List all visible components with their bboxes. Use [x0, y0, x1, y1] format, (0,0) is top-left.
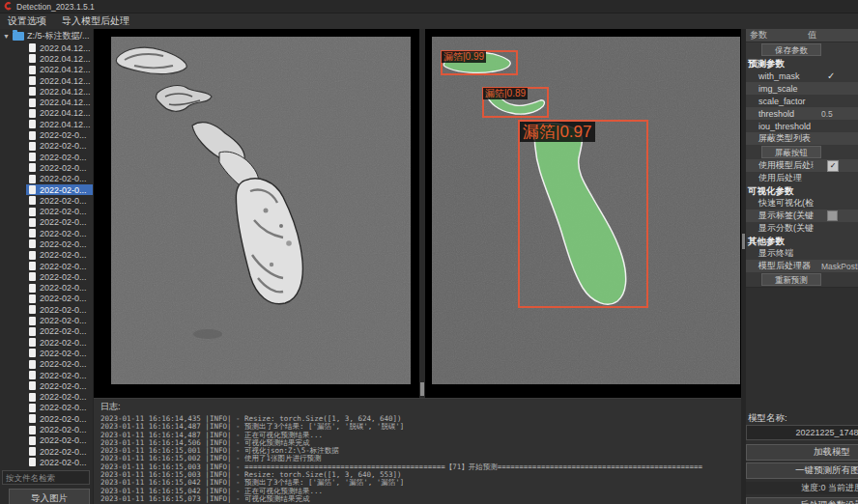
- tree-item-label: 2022-02-0...: [40, 326, 87, 336]
- param-row[interactable]: iou_threshold: [746, 120, 858, 132]
- import-images-button[interactable]: 导入图片: [9, 489, 90, 504]
- tree-item[interactable]: 2022.04.12...: [0, 53, 93, 64]
- param-row[interactable]: 显示分数(关键点): [746, 222, 858, 235]
- param-row[interactable]: img_scale: [746, 82, 858, 95]
- param-row[interactable]: 使用后处理: [746, 172, 858, 184]
- param-button[interactable]: 保存参数: [761, 43, 821, 56]
- tree-item[interactable]: 2022.04.12...: [0, 97, 93, 107]
- param-row[interactable]: threshold 0.5: [746, 107, 858, 120]
- tree-item[interactable]: 2022-02-0...: [0, 174, 93, 184]
- tree-item[interactable]: 2022-02-0...: [0, 184, 93, 195]
- param-button-row: 屏蔽按钮: [746, 145, 858, 159]
- tree-item[interactable]: 2022-02-0...: [0, 271, 93, 282]
- param-row[interactable]: 模型后处理器 MaskPostPro: [746, 260, 858, 272]
- param-row[interactable]: 使用模型后处理 ✓: [746, 159, 858, 172]
- param-row[interactable]: with_mask ✓: [746, 70, 858, 82]
- log-line: 2023-01-11 16:16:15,001 |INFO| - 可视化json…: [94, 447, 741, 455]
- tree-item-label: 2022-02-0...: [40, 272, 87, 282]
- param-value[interactable]: ✓: [827, 160, 839, 172]
- tree-item[interactable]: 2022-02-0...: [0, 424, 93, 434]
- tree-item[interactable]: 2022.04.12...: [0, 86, 93, 97]
- tree-item-label: 2022-02-0...: [40, 447, 87, 457]
- parameter-panel: 参数 值 保存参数 预测参数 with_mask ✓ img_scale sc: [746, 29, 858, 504]
- tree-item[interactable]: 2022-02-0...: [0, 370, 93, 380]
- tree-item[interactable]: 2022-02-0...: [0, 195, 93, 206]
- source-image-view[interactable]: [111, 37, 411, 384]
- tree-item[interactable]: 2022.04.12...: [0, 75, 93, 86]
- file-icon: [29, 87, 36, 96]
- param-label: threshold: [746, 109, 814, 119]
- tree-item[interactable]: 2022-02-0...: [0, 326, 93, 337]
- file-icon: [29, 43, 36, 52]
- tree-root-folder[interactable]: ▼ Z:/5-标注数据/...: [0, 30, 93, 42]
- tree-item[interactable]: 2022-02-0...: [0, 380, 93, 391]
- file-icon: [29, 393, 36, 402]
- tree-item[interactable]: 2022-02-0...: [0, 162, 93, 173]
- log-console[interactable]: 日志: 2023-01-11 16:16:14,435 |INFO| - Res…: [94, 398, 741, 504]
- tree-item[interactable]: 2022-02-0...: [0, 238, 93, 249]
- tree-item[interactable]: 2022-02-0...: [0, 228, 93, 238]
- param-button[interactable]: 重新预测: [761, 273, 821, 286]
- file-icon: [29, 381, 36, 390]
- tree-item[interactable]: 2022.04.12...: [0, 42, 93, 53]
- detection-label: 漏箔|0.97: [520, 122, 595, 142]
- postprocess-settings-button[interactable]: 后处理参数设置: [746, 497, 858, 504]
- param-value[interactable]: MaskPostPro: [821, 262, 858, 271]
- prediction-image-view[interactable]: 漏箔|0.99 漏箔|0.89 漏箔|0.97: [432, 37, 740, 384]
- tree-item-label: 2022-02-0...: [40, 153, 87, 162]
- log-line: 2023-01-11 16:16:15,002 |INFO| - 使用了1张图片…: [94, 455, 741, 462]
- tree-item[interactable]: 2022-02-0...: [0, 403, 93, 413]
- tree-item-label: 2022-02-0...: [40, 174, 87, 183]
- tree-item[interactable]: 2022-02-0...: [0, 152, 93, 162]
- log-line: 2023-01-11 16:16:14,506 |INFO| - 可视化预测结果…: [94, 439, 741, 447]
- param-row[interactable]: 显示标签(关键点): [746, 210, 858, 222]
- menu-item[interactable]: 设置选项: [8, 14, 46, 28]
- tree-item-label: 2022-02-0...: [40, 130, 87, 140]
- tree-item[interactable]: 2022-02-0...: [0, 217, 93, 228]
- image-splitter-grip[interactable]: [420, 382, 424, 396]
- tree-item[interactable]: 2022-02-0...: [0, 413, 93, 424]
- param-value[interactable]: [827, 210, 838, 221]
- detection-box: [518, 120, 648, 308]
- param-button[interactable]: 屏蔽按钮: [761, 146, 821, 158]
- tree-item[interactable]: 2022-02-0...: [0, 468, 93, 469]
- log-line: 2023-01-11 16:16:15,003 |INFO| - Resize:…: [94, 471, 741, 479]
- image-splitter[interactable]: [419, 29, 425, 398]
- tree-item-label: 2022-02-0...: [40, 316, 87, 325]
- model-name-field[interactable]: 20221225_174813: [746, 425, 858, 440]
- filename-search-input[interactable]: [2, 470, 90, 485]
- tree-item[interactable]: 2022-02-0...: [0, 392, 93, 403]
- tree-item[interactable]: 2022.04.12...: [0, 108, 93, 119]
- tree-item[interactable]: 2022-02-0...: [0, 250, 93, 261]
- param-row[interactable]: 屏蔽类型列表: [746, 132, 858, 145]
- param-value[interactable]: ✓: [827, 70, 835, 81]
- param-row[interactable]: 显示终端: [746, 247, 858, 260]
- tree-item-label: 2022-02-0...: [40, 425, 87, 434]
- tree-item[interactable]: 2022-02-0...: [0, 261, 93, 271]
- param-label: 显示标签(关键点): [746, 210, 814, 222]
- tree-item[interactable]: 2022-02-0...: [0, 304, 93, 315]
- param-row[interactable]: scale_factor: [746, 95, 858, 107]
- tree-item[interactable]: 2022-02-0...: [0, 446, 93, 457]
- tree-item[interactable]: 2022-02-0...: [0, 141, 93, 152]
- predict-all-button[interactable]: 一键预测所有图片: [746, 462, 858, 479]
- tree-item[interactable]: 2022-02-0...: [0, 457, 93, 467]
- tree-item[interactable]: 2022.04.12...: [0, 119, 93, 129]
- tree-item[interactable]: 2022-02-0...: [0, 348, 93, 358]
- menu-item[interactable]: 导入模型后处理: [62, 14, 129, 28]
- tree-item[interactable]: 2022-02-0...: [0, 359, 93, 370]
- file-icon: [29, 262, 36, 270]
- tree-item-label: 2022-02-0...: [40, 229, 87, 238]
- tree-item[interactable]: 2022-02-0...: [0, 206, 93, 216]
- tree-item[interactable]: 2022-02-0...: [0, 283, 93, 294]
- load-model-button[interactable]: 加载模型: [746, 444, 858, 461]
- tree-item[interactable]: 2022-02-0...: [0, 129, 93, 140]
- tree-item[interactable]: 2022-02-0...: [0, 315, 93, 325]
- tree-item[interactable]: 2022.04.12...: [0, 65, 93, 75]
- param-value[interactable]: 0.5: [821, 109, 833, 119]
- tree-item[interactable]: 2022-02-0...: [0, 435, 93, 446]
- tree-item[interactable]: 2022-02-0...: [0, 337, 93, 348]
- tree-item[interactable]: 2022-02-0...: [0, 294, 93, 304]
- param-row[interactable]: 快速可视化(检测): [746, 197, 858, 210]
- expander-arrow-icon[interactable]: ▼: [3, 33, 10, 40]
